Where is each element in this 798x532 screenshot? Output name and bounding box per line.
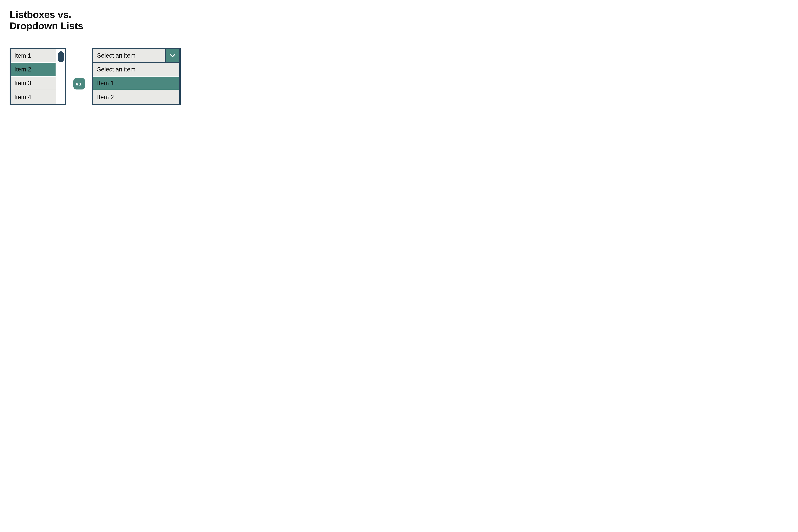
chevron-down-icon: [169, 52, 176, 59]
listbox-scrollbar[interactable]: [56, 49, 65, 104]
listbox[interactable]: Item 1 Item 2 Item 3 Item 4: [10, 48, 67, 105]
dropdown-option-2[interactable]: Item 2: [93, 90, 180, 104]
listbox-item-3[interactable]: Item 3: [11, 77, 56, 90]
listbox-item-1[interactable]: Item 1: [11, 49, 56, 63]
dropdown-option-1[interactable]: Item 1: [93, 77, 180, 90]
dropdown[interactable]: Select an item Select an item Item 1 Ite…: [92, 48, 181, 105]
listbox-items: Item 1 Item 2 Item 3 Item 4: [11, 49, 56, 104]
page-title: Listboxes vs. Dropdown Lists: [10, 9, 83, 32]
dropdown-arrow-button[interactable]: [166, 49, 180, 62]
comparison-row: Item 1 Item 2 Item 3 Item 4 vs. Select a…: [10, 48, 181, 105]
listbox-scrollbar-thumb[interactable]: [58, 51, 64, 62]
dropdown-option-placeholder[interactable]: Select an item: [93, 63, 180, 77]
dropdown-trigger-text[interactable]: Select an item: [93, 49, 166, 62]
title-line-1: Listboxes vs.: [10, 9, 71, 20]
dropdown-trigger[interactable]: Select an item: [93, 49, 180, 63]
listbox-item-4[interactable]: Item 4: [11, 90, 56, 104]
vs-label: vs.: [76, 81, 83, 87]
title-line-2: Dropdown Lists: [10, 20, 83, 31]
listbox-item-2[interactable]: Item 2: [11, 63, 56, 77]
vs-badge: vs.: [73, 78, 85, 90]
